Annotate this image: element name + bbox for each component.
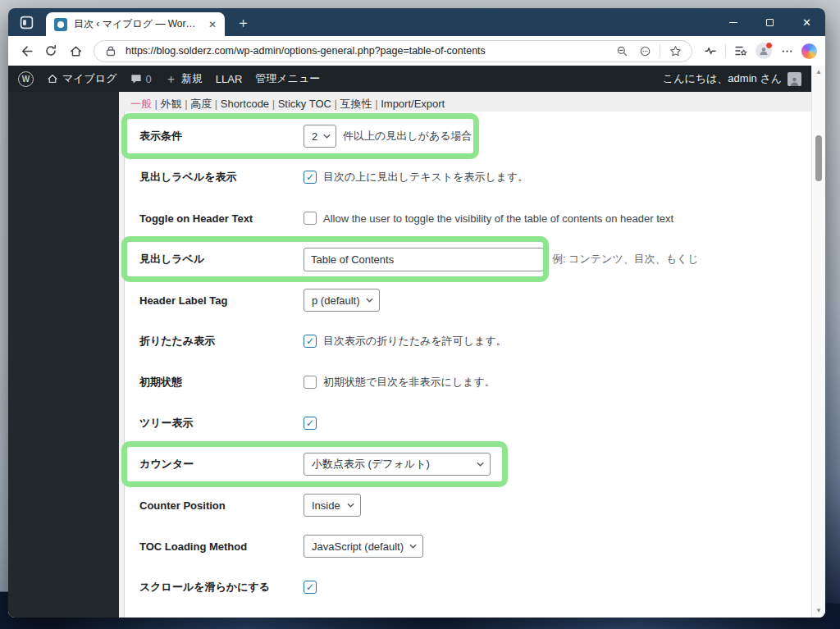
smooth-scroll-checkbox[interactable]	[304, 581, 317, 594]
tree-view-checkbox[interactable]	[304, 417, 317, 430]
counter-select[interactable]: 小数点表示 (デフォルト)	[304, 453, 491, 476]
toggle-on-header-text-checkbox[interactable]	[304, 212, 317, 225]
admin-bar-admin-menu[interactable]: 管理メニュー	[255, 71, 320, 86]
scroll-up-icon[interactable]: ▲	[815, 69, 822, 75]
refresh-icon	[44, 44, 57, 57]
new-tab-button[interactable]: ＋	[236, 13, 250, 32]
tab-sticky-toc[interactable]: Sticky TOC	[278, 98, 340, 110]
favorites-bar-icon[interactable]	[731, 41, 751, 61]
favorite-star-icon[interactable]	[667, 43, 683, 59]
minimize-icon	[729, 22, 737, 23]
header-label-tag-select[interactable]: p (default)	[304, 289, 380, 312]
admin-bar-llar[interactable]: LLAR	[216, 73, 243, 85]
home-button[interactable]	[66, 41, 85, 61]
chevron-down-icon	[323, 134, 331, 139]
setting-label: Counter Position	[139, 499, 304, 512]
tab-actions-icon	[20, 16, 34, 30]
row-show-when: 表示条件 2 件以上の見出しがある場合	[125, 116, 811, 157]
back-icon	[20, 44, 34, 58]
setting-hint: 例: コンテンツ、目次、もくじ	[552, 252, 699, 267]
admin-bar-site[interactable]: マイブログ	[47, 71, 117, 86]
toc-loading-method-select[interactable]: JavaScript (default)	[304, 535, 423, 558]
setting-label: 見出しラベルを表示	[139, 170, 304, 185]
setting-label: ツリー表示	[139, 416, 304, 431]
admin-bar-new[interactable]: ＋ 新規	[165, 71, 203, 87]
row-header-label-tag: Header Label Tag p (default)	[125, 280, 811, 321]
address-divider	[660, 44, 660, 57]
page-scrollbar[interactable]: ▲ ▼	[811, 66, 825, 618]
site-info-lock-icon[interactable]	[103, 43, 119, 59]
show-header-label-checkbox[interactable]	[304, 171, 317, 184]
setting-label: 折りたたみ表示	[139, 334, 304, 349]
setting-description: Allow the user to toggle the visibility …	[323, 212, 673, 225]
toolbar-divider	[725, 44, 726, 57]
wordpress-logo-icon[interactable]: W	[18, 71, 34, 87]
copilot-icon[interactable]	[801, 43, 817, 59]
browser-toolbar: https://blog.solderz.com/wp-admin/option…	[8, 36, 825, 66]
setting-label: Header Label Tag	[139, 294, 304, 307]
maximize-button[interactable]	[751, 8, 788, 36]
tab-close-icon[interactable]: ✕	[207, 19, 218, 30]
setting-label: カウンター	[139, 457, 304, 472]
window-controls: ✕	[714, 8, 825, 36]
wp-admin-bar: W マイブログ 0 ＋ 新規 LLAR 管理メニュー こんにちは、admin さ…	[8, 66, 811, 92]
settings-form: 表示条件 2 件以上の見出しがある場合 見出しラベルを表示	[124, 112, 811, 618]
admin-bar-comments[interactable]: 0	[130, 73, 152, 85]
chevron-down-icon	[477, 462, 484, 467]
setting-description: 目次の上に見出しテキストを表示します。	[323, 170, 528, 185]
chevron-down-icon	[366, 298, 373, 303]
setting-description: 目次表示の折りたたみを許可します。	[323, 334, 507, 349]
tab-actions-button[interactable]	[8, 8, 44, 36]
scroll-down-icon[interactable]: ▼	[815, 608, 822, 614]
row-counter-position: Counter Position Inside	[125, 485, 811, 526]
site-name: マイブログ	[62, 71, 117, 86]
tab-general[interactable]: 一般	[130, 98, 161, 110]
setting-label: 初期状態	[139, 375, 304, 390]
tab-compatibility[interactable]: 互換性	[340, 98, 381, 110]
row-collapsible: 折りたたみ表示 目次表示の折りたたみを許可します。	[125, 321, 811, 362]
initial-state-checkbox[interactable]	[304, 376, 317, 389]
browser-titlebar: 目次 ‹ マイブログ — WordPress ✕ ＋ ✕	[8, 8, 825, 36]
settings-more-icon[interactable]	[777, 41, 797, 61]
row-show-header-label: 見出しラベルを表示 目次の上に見出しテキストを表示します。	[125, 157, 811, 198]
tab-shortcode[interactable]: Shortcode	[221, 98, 278, 110]
browser-essentials-icon[interactable]	[701, 41, 720, 61]
row-toggle-on-header-text: Toggle on Header Text Allow the user to …	[125, 198, 811, 239]
url-text[interactable]: https://blog.solderz.com/wp-admin/option…	[126, 45, 607, 57]
zoom-icon[interactable]	[614, 43, 630, 59]
new-label: 新規	[181, 71, 203, 86]
row-toc-loading-method: TOC Loading Method JavaScript (default)	[125, 526, 811, 567]
plus-icon: ＋	[165, 71, 177, 87]
browser-tab[interactable]: 目次 ‹ マイブログ — WordPress ✕	[46, 12, 225, 36]
row-smooth-scroll: スクロールを滑らかにする	[125, 567, 811, 608]
row-counter: カウンター 小数点表示 (デフォルト)	[125, 444, 811, 485]
show-when-select[interactable]: 2	[304, 125, 336, 148]
close-button[interactable]: ✕	[788, 8, 825, 36]
setting-label: 表示条件	[139, 129, 304, 144]
minimize-button[interactable]	[714, 8, 751, 36]
address-bar[interactable]: https://blog.solderz.com/wp-admin/option…	[94, 40, 692, 62]
setting-label: 見出しラベル	[139, 252, 304, 267]
refresh-button[interactable]	[41, 41, 61, 61]
tab-advanced[interactable]: 高度	[190, 98, 221, 110]
admin-bar-account[interactable]: こんにちは、admin さん	[663, 71, 801, 86]
reader-dots-icon[interactable]	[637, 43, 653, 59]
wp-admin-sidebar	[8, 92, 119, 618]
row-header-label: 見出しラベル 例: コンテンツ、目次、もくじ	[125, 239, 811, 280]
collapsible-checkbox[interactable]	[304, 335, 317, 348]
greeting-text: こんにちは、admin さん	[663, 71, 782, 86]
setting-label: Toggle on Header Text	[139, 212, 304, 225]
counter-position-select[interactable]: Inside	[304, 494, 361, 517]
settings-page: 一般 外観 高度 Shortcode Sticky TOC 互換性 Import…	[119, 92, 811, 618]
profile-avatar[interactable]	[756, 43, 772, 59]
chevron-down-icon	[409, 544, 417, 549]
setting-label: TOC Loading Method	[139, 540, 304, 553]
back-button[interactable]	[16, 41, 36, 61]
tab-import-export[interactable]: Import/Export	[381, 98, 445, 110]
admin-avatar	[788, 72, 801, 86]
tab-title: 目次 ‹ マイブログ — WordPress	[74, 17, 200, 31]
tab-appearance[interactable]: 外観	[161, 98, 191, 110]
header-label-input[interactable]	[304, 248, 544, 271]
home-icon	[69, 44, 83, 58]
scrollbar-thumb[interactable]	[815, 135, 822, 181]
